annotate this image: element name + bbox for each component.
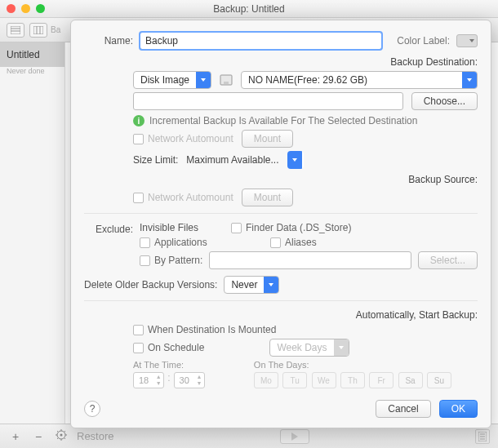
day-su: Su xyxy=(427,372,451,388)
info-icon: i xyxy=(133,115,145,126)
sidebar-item-status: Never done xyxy=(0,67,64,75)
chevron-down-icon xyxy=(196,72,211,88)
auto-section-label: Automatically, Start Backup: xyxy=(84,309,478,321)
svg-rect-22 xyxy=(224,82,229,84)
svg-line-13 xyxy=(64,438,66,440)
day-sa: Sa xyxy=(398,372,423,388)
when-mounted-check[interactable]: When Destination Is Mounted xyxy=(133,324,276,335)
size-limit-value: Maximum Available... xyxy=(186,154,278,166)
dest-type-value: Disk Image xyxy=(134,74,196,86)
choose-button[interactable]: Choose... xyxy=(411,92,478,110)
color-label: Color Label: xyxy=(397,35,450,47)
view-list-icon[interactable] xyxy=(7,23,24,38)
exclude-label: Exclude: xyxy=(84,222,133,235)
delete-older-select[interactable]: Never xyxy=(224,276,279,294)
chevron-down-icon xyxy=(264,277,278,293)
window-title: Backup: Untitled xyxy=(0,3,498,15)
pattern-select-button: Select... xyxy=(418,251,478,269)
svg-point-7 xyxy=(60,434,63,437)
day-mo: Mo xyxy=(254,372,278,388)
day-we: We xyxy=(312,372,336,388)
at-time-label: At The Time: xyxy=(133,360,205,370)
day-tu: Tu xyxy=(282,372,307,388)
on-schedule-check[interactable]: On Schedule xyxy=(133,342,204,353)
sidebar-item-untitled[interactable]: Untitled xyxy=(0,42,64,67)
pattern-input[interactable] xyxy=(209,251,411,269)
incremental-text: Incremental Backup Is Available For The … xyxy=(149,115,417,126)
gear-icon[interactable] xyxy=(54,429,69,443)
exclude-bypattern-check[interactable]: By Pattern: xyxy=(140,255,202,266)
dest-path-input[interactable] xyxy=(133,92,403,110)
disk-icon xyxy=(220,73,233,86)
view-column-icon[interactable] xyxy=(29,23,47,38)
chevron-down-icon xyxy=(334,339,349,356)
src-net-automount-check: Network Automount xyxy=(133,192,233,203)
dest-net-automount-check: Network Automount xyxy=(133,133,233,144)
source-section-label: Backup Source: xyxy=(84,174,478,185)
exclude-applications-check[interactable]: Applications xyxy=(140,237,238,248)
svg-marker-16 xyxy=(291,432,298,441)
ok-button[interactable]: OK xyxy=(439,400,478,418)
name-label: Name: xyxy=(84,35,133,47)
svg-rect-3 xyxy=(33,26,43,34)
day-fr: Fr xyxy=(369,372,394,388)
log-icon[interactable] xyxy=(475,429,490,444)
remove-button[interactable]: − xyxy=(31,430,46,443)
toolbar-back-label: Ba xyxy=(51,25,60,34)
name-input[interactable] xyxy=(140,32,382,50)
schedule-select: Week Days xyxy=(269,339,349,357)
dest-section-label: Backup Destination: xyxy=(84,56,478,68)
svg-rect-0 xyxy=(11,26,20,34)
color-swatch[interactable] xyxy=(456,34,478,47)
size-limit-select[interactable] xyxy=(287,151,304,169)
svg-line-14 xyxy=(57,438,59,440)
size-limit-label: Size Limit: xyxy=(133,154,178,166)
titlebar: Backup: Untitled xyxy=(0,0,498,18)
play-area xyxy=(122,429,467,444)
svg-line-12 xyxy=(57,431,59,432)
add-button[interactable]: + xyxy=(8,430,23,443)
hour-stepper: 18▲▼ xyxy=(133,372,164,388)
exclude-aliases-check[interactable]: Aliases xyxy=(270,237,317,248)
exclude-invisible-label: Invisible Files xyxy=(140,222,198,233)
restore-button[interactable]: Restore xyxy=(77,430,114,442)
run-button[interactable] xyxy=(280,429,309,444)
chevron-down-icon xyxy=(462,72,477,88)
dest-volume-value: NO NAME(Free: 29.62 GB) xyxy=(242,74,462,86)
incremental-info: i Incremental Backup Is Available For Th… xyxy=(133,115,478,126)
dest-mount-button: Mount xyxy=(242,130,293,148)
day-th: Th xyxy=(340,372,365,388)
cancel-button[interactable]: Cancel xyxy=(376,400,430,418)
help-button[interactable]: ? xyxy=(84,401,100,417)
minute-stepper: 30▲▼ xyxy=(174,372,205,388)
on-days-label: On The Days: xyxy=(254,360,453,370)
dest-type-select[interactable]: Disk Image xyxy=(133,71,211,89)
settings-sheet: Name: Color Label: Backup Destination: D… xyxy=(70,20,491,428)
chevron-down-icon xyxy=(287,151,302,169)
dest-volume-select[interactable]: NO NAME(Free: 29.62 GB) xyxy=(241,71,478,89)
src-mount-button: Mount xyxy=(242,189,293,206)
sidebar: Untitled Never done xyxy=(0,42,65,424)
svg-line-15 xyxy=(64,431,66,432)
delete-older-label: Delete Older Backup Versions: xyxy=(84,279,217,291)
exclude-finder-check[interactable]: Finder Data (.DS_Store) xyxy=(231,222,351,233)
days-row: Mo Tu We Th Fr Sa Su xyxy=(254,372,453,388)
